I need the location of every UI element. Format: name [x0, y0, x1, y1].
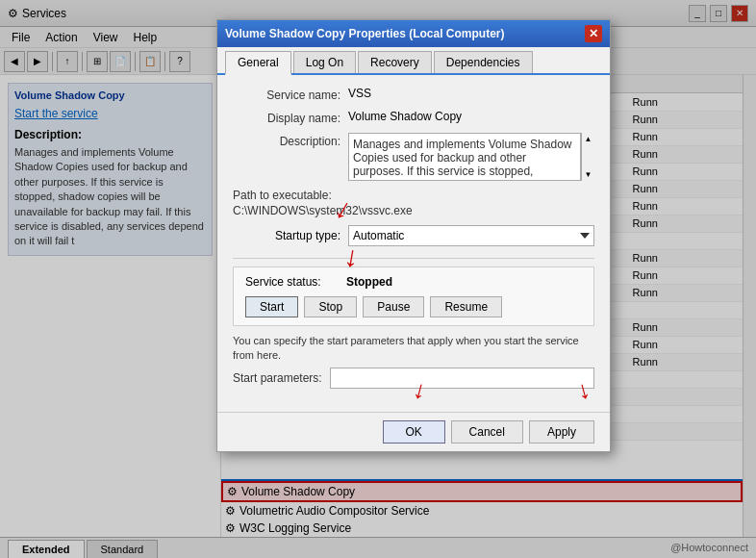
scroll-down[interactable]: ▼ [583, 168, 594, 181]
description-text: Manages and implements Volume Shadow Cop… [353, 138, 571, 181]
start-params-text: You can specify the start parameters tha… [233, 334, 594, 364]
divider [233, 258, 594, 259]
start-button[interactable]: Start [245, 296, 298, 317]
status-row: Service status: Stopped [245, 275, 582, 289]
path-section: Path to executable: C:\WINDOWS\system32\… [233, 189, 594, 217]
path-value: C:\WINDOWS\system32\vssvc.exe [233, 204, 594, 217]
description-scrollbar[interactable]: ▲ ▼ [581, 133, 594, 181]
service-name-row: Service name: VSS [233, 87, 594, 102]
service-buttons: Start Stop Pause Resume [245, 296, 582, 317]
modal-footer: OK Cancel Apply [217, 412, 610, 451]
modal-close-btn[interactable]: ✕ [585, 25, 602, 42]
service-name-label: Service name: [233, 87, 348, 102]
description-box: Manages and implements Volume Shadow Cop… [348, 133, 581, 181]
modal-tabs: General Log On Recovery Dependencies [217, 47, 610, 75]
pause-button[interactable]: Pause [363, 296, 424, 317]
start-params-section: You can specify the start parameters tha… [233, 334, 594, 389]
resume-button[interactable]: Resume [430, 296, 502, 317]
scroll-up[interactable]: ▲ [583, 133, 594, 145]
modal-body: Service name: VSS Display name: Volume S… [217, 75, 610, 412]
service-status-section: Service status: Stopped Start Stop Pause… [233, 266, 594, 326]
description-label: Description: [233, 133, 348, 181]
status-value: Stopped [346, 275, 392, 289]
service-name-value: VSS [348, 87, 594, 100]
status-label: Service status: [245, 275, 346, 289]
tab-logon[interactable]: Log On [293, 51, 356, 73]
apply-button[interactable]: Apply [529, 420, 594, 444]
start-params-input[interactable] [330, 368, 594, 389]
properties-dialog: Volume Shadow Copy Properties (Local Com… [216, 19, 611, 452]
stop-button[interactable]: Stop [304, 296, 357, 317]
startup-type-select[interactable]: Automatic Automatic (Delayed Start) Manu… [348, 225, 594, 246]
tab-recovery[interactable]: Recovery [358, 51, 432, 73]
cancel-button[interactable]: Cancel [451, 420, 523, 444]
start-params-row: Start parameters: [233, 368, 594, 389]
modal-titlebar: Volume Shadow Copy Properties (Local Com… [217, 20, 610, 47]
display-name-label: Display name: [233, 110, 348, 125]
display-name-value: Volume Shadow Copy [348, 110, 594, 123]
startup-type-row: Startup type: Automatic Automatic (Delay… [233, 225, 594, 246]
tab-dependencies[interactable]: Dependencies [434, 51, 533, 73]
startup-type-label: Startup type: [233, 229, 348, 242]
modal-title: Volume Shadow Copy Properties (Local Com… [225, 27, 504, 40]
tab-general[interactable]: General [225, 51, 291, 75]
start-params-label: Start parameters: [233, 371, 322, 385]
path-label: Path to executable: [233, 189, 594, 202]
display-name-row: Display name: Volume Shadow Copy [233, 110, 594, 125]
description-row: Description: Manages and implements Volu… [233, 133, 594, 181]
ok-button[interactable]: OK [383, 420, 445, 444]
